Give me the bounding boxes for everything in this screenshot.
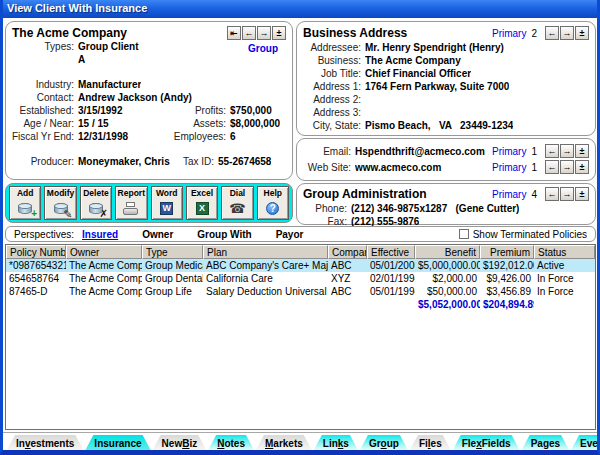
address-field-row: Address 2: [303,93,589,106]
add-button[interactable]: Add+ [9,186,41,220]
address-primary-link[interactable]: Primary [492,28,526,39]
tab-new-biz[interactable]: New Biz [153,435,207,450]
column-header-benefit[interactable]: Benefit [415,245,480,259]
table-header-row: Policy Numbe▲OwnerTypePlanCompanyEffecti… [6,245,595,259]
prev-record-button[interactable]: ← [242,26,256,40]
tab-links[interactable]: Links [314,435,358,450]
client-field-row-2col: Fiscal Yr End:12/31/1998Employees:6 [12,130,286,143]
email-record-nav: ←→± [545,144,589,158]
prev-record-button[interactable]: ← [545,26,559,40]
website-primary-link[interactable]: Primary [492,162,526,173]
tab-group[interactable]: Group [360,435,408,450]
tab-investments[interactable]: Investments [7,435,83,450]
tab-notes[interactable]: Notes [208,435,254,450]
business-address-panel: Business Address Primary 2 ←→± Addressee… [296,21,596,136]
prev-record-button[interactable]: ← [545,144,559,158]
perspectives-label: Perspectives: [14,229,74,240]
client-info-panel: The Acme Company ⇤←→± Types: Group Clien… [5,21,293,180]
address-field-row: Address 1:1764 Fern Parkway, Suite 7000 [303,80,589,93]
database-edit-icon: ✎ [52,200,70,216]
website-row: Web Site: www.acmeco.com Primary 1 ←→± [303,159,589,175]
database-add-icon: + [16,200,34,216]
phone-value: (212) 346-9875x1287 (Gene Cutter) [351,202,519,215]
address-field-row: City, State:Pismo Beach, VA 23449-1234 [303,119,589,132]
group-admin-primary-link[interactable]: Primary [492,189,526,200]
table-body: *0987654321The Acme CompanyGroup Medical… [6,259,595,311]
next-record-button[interactable]: → [560,160,574,174]
title-bar[interactable]: View Client With Insurance [0,0,600,18]
last-record-button[interactable]: ± [575,187,589,201]
address-fields: Addressee:Mr. Henry Spendright (Henry)Bu… [303,41,589,132]
next-record-button[interactable]: → [560,26,574,40]
website-count: 1 [531,162,537,173]
bottom-tab-bar: InvestmentsInsuranceNew BizNotesMarketsL… [3,432,597,450]
word-button[interactable]: WordW [151,186,183,220]
tab-flexfields[interactable]: FlexFields [453,435,520,450]
client-name: The Acme Company [12,26,127,40]
last-record-button[interactable]: ± [575,144,589,158]
column-header-type[interactable]: Type [142,245,203,259]
phone-row: Phone: (212) 346-9875x1287 (Gene Cutter) [303,202,589,215]
client-field-row: Industry:Manufacturer [12,78,286,91]
last-record-button[interactable]: ± [575,160,589,174]
perspective-owner[interactable]: Owner [142,229,173,240]
toolbar: Add+Modify✎Delete✗ReportWordWExcelXDial☎… [5,183,293,223]
word-icon: W [158,200,176,216]
dial-button[interactable]: Dial☎ [221,186,253,220]
perspective-insured[interactable]: Insured [82,229,118,240]
tab-pages[interactable]: Pages [522,435,569,450]
next-record-button[interactable]: → [257,26,271,40]
tab-files[interactable]: Files [410,435,451,450]
email-value: Hspendthrift@acmeco.com [355,146,492,157]
producer-row: Producer: Moneymaker, Chris Tax ID: 55-2… [12,155,286,168]
group-link[interactable]: Group [248,43,278,54]
phone-icon: ☎ [228,200,246,216]
tab-events[interactable]: Events [571,435,600,450]
email-primary-link[interactable]: Primary [492,146,526,157]
column-header-company[interactable]: Company [328,245,367,259]
group-admin-count: 4 [531,189,537,200]
column-header-plan[interactable]: Plan [203,245,328,259]
address-field-row: Business:The Acme Company [303,54,589,67]
column-header-premium[interactable]: Premium [480,245,534,259]
address-field-row: Job Title:Chief Financial Officer [303,67,589,80]
email-row: Email: Hspendthrift@acmeco.com Primary 1… [303,143,589,159]
prev-record-button[interactable]: ← [545,160,559,174]
show-terminated-checkbox[interactable] [459,229,469,239]
modify-button[interactable]: Modify✎ [44,186,76,220]
excel-icon: X [193,200,211,216]
show-terminated-label: Show Terminated Policies [473,229,587,240]
column-header-effective[interactable]: Effective [367,245,415,259]
next-record-button[interactable]: → [560,144,574,158]
delete-button[interactable]: Delete✗ [80,186,112,220]
website-record-nav: ←→± [545,160,589,174]
group-admin-title: Group Administration [303,187,427,201]
types-label: Types: [12,40,78,53]
tab-insurance[interactable]: Insurance [85,435,150,450]
business-address-title: Business Address [303,26,407,40]
column-header-policy[interactable]: Policy Numbe▲ [6,245,66,259]
address-count: 2 [531,28,537,39]
excel-button[interactable]: ExcelX [186,186,218,220]
perspective-payor[interactable]: Payor [276,229,304,240]
table-row[interactable]: 654658764The Acme CompanyGroup DentalCal… [6,272,595,285]
table-row[interactable]: *0987654321The Acme CompanyGroup Medical… [6,259,595,272]
prev-record-button[interactable]: ← [545,187,559,201]
client-field-row-2col: Established:3/15/1992Profits:$750,000 [12,104,286,117]
contact-panel: Email: Hspendthrift@acmeco.com Primary 1… [296,138,596,181]
tab-markets[interactable]: Markets [256,435,312,450]
column-header-status[interactable]: Status [534,245,595,259]
last-record-button[interactable]: ± [272,26,286,40]
column-header-owner[interactable]: Owner [66,245,142,259]
perspective-group-with[interactable]: Group With [197,229,251,240]
tabs: InvestmentsInsuranceNew BizNotesMarketsL… [7,435,600,450]
last-record-button[interactable]: ± [575,26,589,40]
types-value-2: A [78,53,85,66]
report-button[interactable]: Report [115,186,147,220]
perspectives-options: InsuredOwnerGroup WithPayor [82,229,327,240]
first-record-button[interactable]: ⇤ [227,26,241,40]
table-row[interactable]: 87465-DThe Acme CompanyGroup LifeSalary … [6,285,595,298]
address-field-row: Address 3: [303,106,589,119]
help-button[interactable]: Help? [257,186,289,220]
next-record-button[interactable]: → [560,187,574,201]
